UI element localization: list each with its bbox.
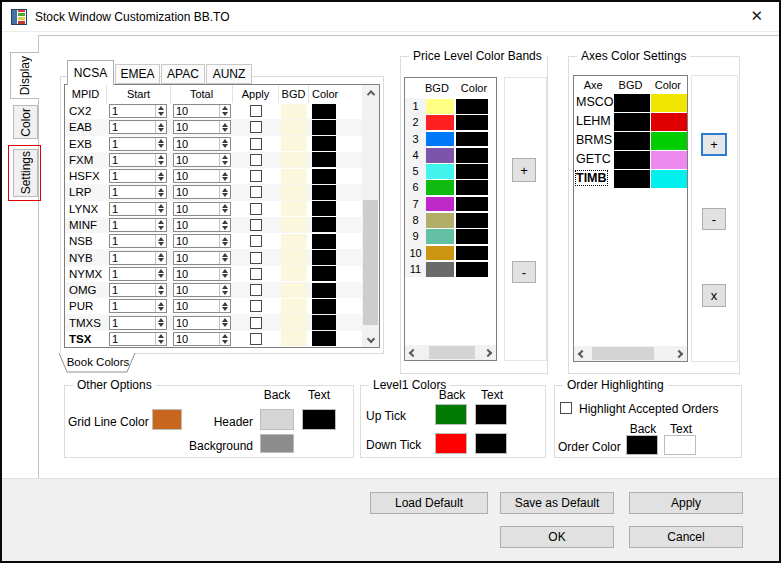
- band-bgd-swatch[interactable]: [426, 180, 454, 195]
- color-swatch[interactable]: [312, 315, 336, 330]
- spinner-up-icon[interactable]: [222, 285, 228, 289]
- start-spinner[interactable]: 1: [109, 218, 167, 232]
- spinner-up-icon[interactable]: [222, 334, 228, 338]
- apply-checkbox[interactable]: [250, 317, 262, 329]
- total-spinner[interactable]: 10: [173, 218, 231, 232]
- total-spinner[interactable]: 10: [173, 185, 231, 199]
- apply-checkbox[interactable]: [250, 300, 262, 312]
- bgd-swatch[interactable]: [281, 136, 307, 151]
- bgd-swatch[interactable]: [281, 201, 307, 216]
- up-tick-back-swatch[interactable]: [435, 404, 467, 425]
- bgd-swatch[interactable]: [281, 331, 307, 346]
- spinner-arrows[interactable]: [155, 317, 166, 329]
- band-bgd-swatch[interactable]: [426, 132, 454, 147]
- spinner-up-icon[interactable]: [222, 106, 228, 110]
- spinner-down-icon[interactable]: [158, 307, 164, 311]
- axe-bgd-swatch[interactable]: [614, 94, 651, 112]
- total-spinner[interactable]: 10: [173, 153, 231, 167]
- order-back-swatch[interactable]: [626, 435, 658, 455]
- axe-bgd-swatch[interactable]: [614, 132, 651, 150]
- spinner-arrows[interactable]: [155, 186, 166, 198]
- spinner-down-icon[interactable]: [158, 161, 164, 165]
- order-text-swatch[interactable]: [664, 435, 696, 455]
- total-spinner[interactable]: 10: [173, 234, 231, 248]
- spinner-arrows[interactable]: [219, 186, 230, 198]
- band-color-swatch[interactable]: [456, 180, 488, 195]
- spinner-arrows[interactable]: [155, 268, 166, 280]
- bgd-swatch[interactable]: [281, 104, 307, 119]
- tab-aunz[interactable]: AUNZ: [206, 64, 252, 84]
- scroll-down-icon[interactable]: [362, 331, 379, 347]
- spinner-arrows[interactable]: [155, 203, 166, 215]
- load-default-button[interactable]: Load Default: [370, 492, 488, 514]
- spinner-arrows[interactable]: [155, 105, 166, 117]
- start-spinner[interactable]: 1: [109, 202, 167, 216]
- spinner-down-icon[interactable]: [158, 128, 164, 132]
- apply-checkbox[interactable]: [250, 284, 262, 296]
- highlight-accepted-orders-checkbox[interactable]: [560, 402, 572, 414]
- scroll-right-icon[interactable]: [480, 345, 496, 360]
- spinner-up-icon[interactable]: [158, 237, 164, 241]
- apply-checkbox[interactable]: [250, 252, 262, 264]
- axe-label[interactable]: TIMB: [574, 170, 614, 188]
- axe-label[interactable]: MSCO: [574, 94, 614, 112]
- band-bgd-swatch[interactable]: [426, 262, 454, 277]
- axe-bgd-swatch[interactable]: [614, 113, 651, 131]
- spinner-down-icon[interactable]: [158, 258, 164, 262]
- spinner-arrows[interactable]: [219, 105, 230, 117]
- spinner-up-icon[interactable]: [158, 318, 164, 322]
- spinner-up-icon[interactable]: [222, 188, 228, 192]
- total-spinner[interactable]: 10: [173, 251, 231, 265]
- spinner-arrows[interactable]: [219, 154, 230, 166]
- band-bgd-swatch[interactable]: [426, 229, 454, 244]
- total-spinner[interactable]: 10: [173, 267, 231, 281]
- axes-hscrollbar[interactable]: [574, 346, 687, 361]
- down-tick-back-swatch[interactable]: [435, 433, 467, 454]
- bgd-swatch[interactable]: [281, 152, 307, 167]
- band-bgd-swatch[interactable]: [426, 99, 454, 114]
- spinner-up-icon[interactable]: [158, 188, 164, 192]
- spinner-down-icon[interactable]: [222, 274, 228, 278]
- spinner-arrows[interactable]: [219, 170, 230, 182]
- spinner-arrows[interactable]: [155, 284, 166, 296]
- spinner-arrows[interactable]: [219, 252, 230, 264]
- band-bgd-swatch[interactable]: [426, 164, 454, 179]
- spinner-up-icon[interactable]: [158, 334, 164, 338]
- spinner-arrows[interactable]: [219, 235, 230, 247]
- start-spinner[interactable]: 1: [109, 120, 167, 134]
- tab-apac[interactable]: APAC: [161, 64, 205, 84]
- spinner-arrows[interactable]: [155, 170, 166, 182]
- start-spinner[interactable]: 1: [109, 169, 167, 183]
- spinner-down-icon[interactable]: [222, 193, 228, 197]
- color-swatch[interactable]: [312, 331, 336, 346]
- color-swatch[interactable]: [312, 266, 336, 281]
- hscrollbar-thumb[interactable]: [592, 347, 654, 360]
- band-color-swatch[interactable]: [456, 148, 488, 163]
- spinner-down-icon[interactable]: [158, 193, 164, 197]
- band-bgd-swatch[interactable]: [426, 213, 454, 228]
- band-color-swatch[interactable]: [456, 197, 488, 212]
- apply-checkbox[interactable]: [250, 186, 262, 198]
- tab-emea[interactable]: EMEA: [115, 64, 160, 84]
- apply-checkbox[interactable]: [250, 235, 262, 247]
- spinner-down-icon[interactable]: [222, 291, 228, 295]
- scroll-right-icon[interactable]: [671, 346, 687, 361]
- start-spinner[interactable]: 1: [109, 299, 167, 313]
- spinner-up-icon[interactable]: [222, 269, 228, 273]
- total-spinner[interactable]: 10: [173, 332, 231, 346]
- start-spinner[interactable]: 1: [109, 153, 167, 167]
- axe-label[interactable]: GETC: [574, 151, 614, 169]
- hscrollbar-thumb[interactable]: [429, 346, 475, 359]
- save-as-default-button[interactable]: Save as Default: [500, 492, 614, 514]
- spinner-down-icon[interactable]: [222, 177, 228, 181]
- color-swatch[interactable]: [312, 217, 336, 232]
- spinner-up-icon[interactable]: [222, 318, 228, 322]
- spinner-down-icon[interactable]: [222, 323, 228, 327]
- total-spinner[interactable]: 10: [173, 316, 231, 330]
- band-bgd-swatch[interactable]: [426, 115, 454, 130]
- apply-checkbox[interactable]: [250, 138, 262, 150]
- bgd-swatch[interactable]: [281, 217, 307, 232]
- total-spinner[interactable]: 10: [173, 283, 231, 297]
- tab-settings[interactable]: Settings: [13, 149, 38, 197]
- axes-add-button[interactable]: +: [701, 133, 727, 156]
